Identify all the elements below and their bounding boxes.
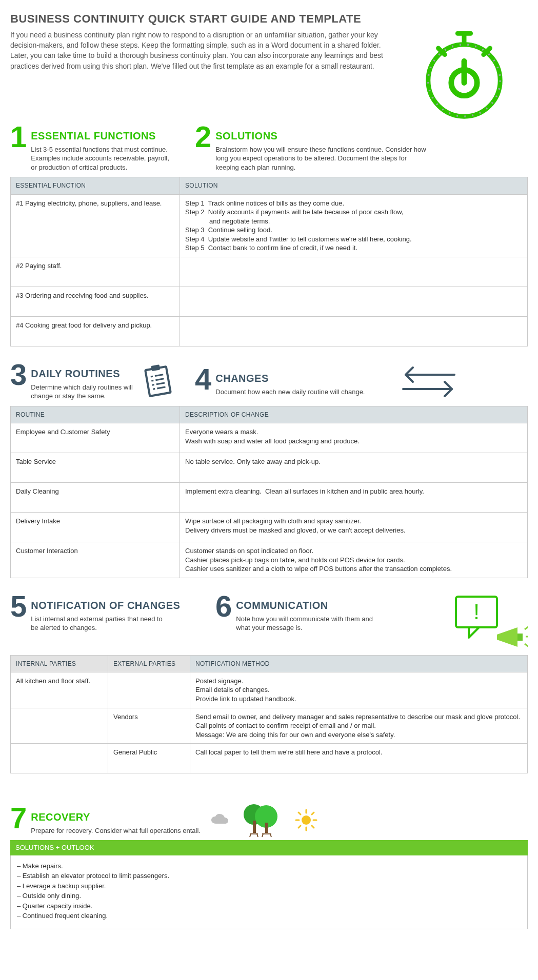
section-7-number: 7 (10, 805, 27, 830)
table1-head-b: SOLUTION (180, 177, 528, 194)
table1-head-a: ESSENTIAL FUNCTION (11, 177, 180, 194)
checklist-icon (142, 363, 174, 400)
svg-text:!: ! (473, 600, 480, 624)
table-cell: #4 Cooking great food for delivery and p… (11, 316, 180, 346)
svg-line-10 (151, 376, 153, 377)
list-item: – Make repairs. (17, 862, 521, 871)
svg-line-42 (298, 812, 301, 814)
section-6-number: 6 (215, 594, 232, 619)
table-cell: Employee and Customer Safety (11, 423, 180, 453)
section-4-title: CHANGES (215, 372, 365, 385)
table-cell: #3 Ordering and receiving food and suppl… (11, 287, 180, 316)
section-7-header: 7 RECOVERY Prepare for recovery. Conside… (10, 802, 528, 838)
table-cell: Vendors (108, 708, 190, 744)
table-cell (11, 744, 108, 773)
intro-paragraph: If you need a business continuity plan r… (10, 30, 390, 113)
table2-head-b: DESCRIPTION OF CHANGE (180, 406, 528, 423)
table-cell: Table Service (11, 453, 180, 483)
sun-icon (295, 809, 317, 831)
recovery-list: – Make repairs. – Establish an elevator … (10, 855, 528, 929)
sections-5-6-headers: 5 NOTIFICATION OF CHANGES List internal … (10, 594, 528, 650)
table-cell: General Public (108, 744, 190, 773)
table-cell: Wipe surface of all packaging with cloth… (180, 513, 528, 542)
section-1-title: ESSENTIAL FUNCTIONS (31, 129, 174, 143)
svg-marker-22 (497, 627, 517, 647)
svg-line-24 (525, 626, 528, 629)
stopwatch-icon (418, 30, 510, 122)
svg-line-26 (525, 644, 528, 647)
svg-line-12 (151, 380, 153, 381)
section-1-number: 1 (10, 124, 27, 149)
table3-head-c: NOTIFICATION METHOD (190, 655, 528, 672)
svg-line-16 (153, 389, 155, 389)
section-5-title: NOTIFICATION OF CHANGES (31, 599, 180, 612)
section-4-number: 4 (195, 366, 211, 392)
section-3-title: DAILY ROUTINES (31, 367, 138, 381)
table-cell: #2 Paying staff. (11, 257, 180, 287)
table-cell: No table service. Only take away and pic… (180, 453, 528, 483)
section-6-title: COMMUNICATION (236, 599, 380, 612)
table-cell (180, 316, 528, 346)
trees-icon (240, 802, 286, 838)
recovery-bar: SOLUTIONS + OUTLOOK (10, 840, 528, 855)
list-item: – Establish an elevator protocol to limi… (17, 871, 521, 881)
svg-rect-30 (265, 823, 268, 833)
table-cell: Call local paper to tell them we're stil… (190, 744, 528, 773)
section-5-desc: List internal and external parties that … (31, 615, 164, 632)
section-3-desc: Determine which daily routines will chan… (31, 383, 138, 401)
table-cell: Posted signage. Email details of changes… (190, 672, 528, 708)
list-item: – Quarter capacity inside. (17, 902, 521, 911)
table-cell (108, 672, 190, 708)
table-cell: Everyone wears a mask. Wash with soap an… (180, 423, 528, 453)
section-2-number: 2 (195, 124, 211, 149)
table-cell (180, 287, 528, 316)
svg-line-44 (312, 812, 314, 814)
notification-table: INTERNAL PARTIES EXTERNAL PARTIES NOTIFI… (10, 655, 528, 773)
table-cell: Customer Interaction (11, 542, 180, 578)
section-3-number: 3 (10, 362, 27, 387)
table-cell: #1 Paying electricity, phone, suppliers,… (11, 194, 180, 257)
svg-point-37 (302, 815, 311, 825)
section-2-desc: Brainstorm how you will ensure these fun… (215, 145, 431, 172)
page-title: BUSINESS CONTINUITY QUICK START GUIDE AN… (10, 11, 528, 27)
list-item: – Outside only dining. (17, 891, 521, 901)
list-item: – Leverage a backup supplier. (17, 882, 521, 891)
svg-line-43 (312, 826, 314, 828)
essential-functions-table: ESSENTIAL FUNCTION SOLUTION #1 Paying el… (10, 177, 528, 346)
table-cell: Daily Cleaning (11, 483, 180, 513)
table3-head-a: INTERNAL PARTIES (11, 655, 108, 672)
section-7-desc: Prepare for recovery. Consider what full… (31, 826, 201, 835)
sections-3-4-headers: 3 DAILY ROUTINES Determine which daily r… (10, 362, 528, 401)
table3-head-b: EXTERNAL PARTIES (108, 655, 190, 672)
table2-head-a: ROUTINE (11, 406, 180, 423)
speech-bubble-megaphone-icon: ! (441, 594, 528, 650)
cloud-icon (210, 813, 230, 827)
table-cell (11, 708, 108, 744)
arrows-left-right-icon (395, 363, 462, 399)
stopwatch-illustration (400, 30, 528, 122)
daily-routines-table: ROUTINE DESCRIPTION OF CHANGE Employee a… (10, 406, 528, 578)
svg-rect-29 (253, 821, 256, 833)
svg-line-45 (298, 826, 301, 828)
section-6-desc: Note how you will communicate with them … (236, 615, 380, 632)
section-5-number: 5 (10, 594, 27, 619)
table-cell: Delivery Intake (11, 513, 180, 542)
table-cell: Step 1 Track online notices of bills as … (180, 194, 528, 257)
section-2-title: SOLUTIONS (215, 129, 431, 143)
svg-line-14 (152, 384, 154, 385)
list-item: – Continued frequent cleaning. (17, 911, 521, 921)
svg-rect-8 (145, 366, 170, 396)
svg-rect-23 (517, 634, 523, 641)
sections-1-2-headers: 1 ESSENTIAL FUNCTIONS List 3-5 essential… (10, 124, 528, 172)
table-cell: Send email to owner, and delivery manage… (190, 708, 528, 744)
table-cell: Customer stands on spot indicated on flo… (180, 542, 528, 578)
table-cell (180, 257, 528, 287)
section-7-title: RECOVERY (31, 810, 201, 824)
table-cell: Implement extra cleaning. Clean all surf… (180, 483, 528, 513)
section-4-desc: Document how each new daily routine will… (215, 387, 365, 397)
table-cell: All kitchen and floor staff. (11, 672, 108, 708)
section-1-desc: List 3-5 essential functions that must c… (31, 145, 174, 172)
